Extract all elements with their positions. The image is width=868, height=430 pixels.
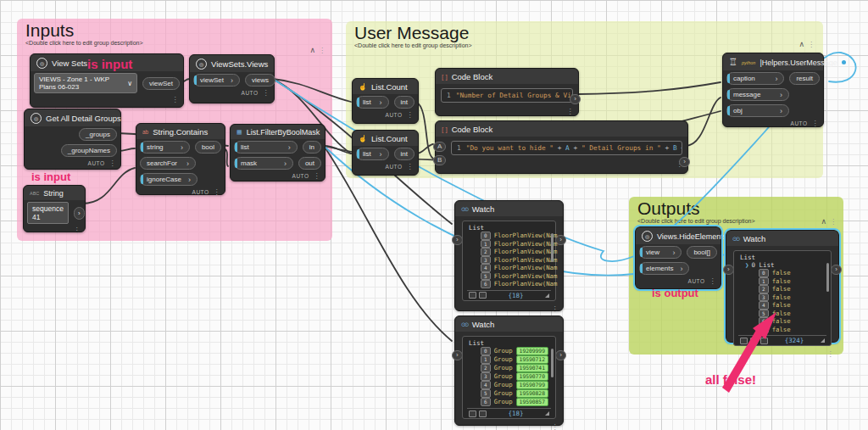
port-in-string[interactable]: string xyxy=(140,141,190,154)
node-menu-icon[interactable]: ⋮ xyxy=(263,89,270,97)
port-out-bool-array[interactable]: bool[] xyxy=(687,246,717,259)
port-out-viewset[interactable]: viewSet xyxy=(142,77,180,90)
lacing-auto-label[interactable]: AUTO xyxy=(688,278,705,284)
code-block-editor[interactable]: 1 "Do you want to hide " + A + " Detail … xyxy=(451,141,682,155)
list-level-icons[interactable] xyxy=(469,292,487,299)
port-in-viewset[interactable]: viewSet xyxy=(193,74,240,87)
port-out-int[interactable]: int xyxy=(394,148,415,160)
group-collapse-icon[interactable]: ∧ xyxy=(798,40,804,48)
port-in-ignorecase[interactable]: ignoreCase xyxy=(140,173,198,186)
port-out-string[interactable]: › xyxy=(74,207,85,220)
group-inputs-desc[interactable]: <Double click here to edit group descrip… xyxy=(17,40,332,47)
resize-grip[interactable] xyxy=(545,411,549,416)
port-out-code[interactable]: › xyxy=(679,157,690,167)
port-in-obj[interactable]: obj xyxy=(726,104,789,117)
lacing-auto-label[interactable]: AUTO xyxy=(192,189,209,195)
port-out-bool[interactable]: bool xyxy=(195,141,221,154)
port-in-elements[interactable]: elements xyxy=(639,262,689,275)
lacing-auto-label[interactable]: AUTO xyxy=(791,120,808,126)
port-out-code[interactable]: › xyxy=(570,94,581,104)
node-get-all-detail-groups[interactable]: ◎ Get All Detail Groups _groups _groupNa… xyxy=(24,109,121,170)
node-menu-icon[interactable]: ⋮ xyxy=(827,350,835,358)
port-in-view[interactable]: view xyxy=(639,246,682,259)
list-level-icons[interactable] xyxy=(740,338,768,344)
node-string-contains[interactable]: ab String.Contains string bool searchFor… xyxy=(136,123,225,195)
port-in-watch[interactable]: › xyxy=(452,235,463,245)
node-menu-icon[interactable]: ⋮ xyxy=(74,226,81,234)
group-menu-icon[interactable]: ⋮ xyxy=(808,41,815,48)
group-user-message-desc[interactable]: <Double click here to edit group descrip… xyxy=(346,42,823,50)
node-watch-groups[interactable]: ⊙⊙ Watch › › List 0Group19209999 1Group1… xyxy=(454,316,564,426)
string-value-input[interactable]: sequence 41 xyxy=(27,202,69,224)
port-out-groups[interactable]: _groups xyxy=(79,128,117,141)
watch-list-panel[interactable]: List ❯ 0 List 0false 1false 2false 3fals… xyxy=(733,250,832,346)
lacing-auto-label[interactable]: AUTO xyxy=(386,164,403,170)
port-out-int[interactable]: int xyxy=(394,96,415,109)
node-string-input[interactable]: ABC String sequence 41 › ⋮ xyxy=(23,185,86,232)
node-viewsets-views[interactable]: ◎ ViewSets.Views viewSet views AUTO ⋮ xyxy=(189,54,275,103)
node-list-count-2[interactable]: ☝ List.Count list int AUTO ⋮ xyxy=(352,130,419,176)
port-in-list[interactable]: list xyxy=(356,148,389,160)
orchid-package-icon: ◎ xyxy=(642,231,653,242)
code-block-editor[interactable]: 1 "Number of Detail Groups & Views"; xyxy=(441,88,573,103)
resize-grip[interactable] xyxy=(545,293,549,298)
port-out-groupnames[interactable]: _groupNames xyxy=(61,144,117,157)
lacing-auto-label[interactable]: AUTO xyxy=(386,112,403,118)
port-out-in[interactable]: in xyxy=(303,141,321,154)
port-in-message[interactable]: message xyxy=(726,88,789,101)
node-menu-icon[interactable]: ⋮ xyxy=(552,305,559,313)
node-menu-icon[interactable]: ⋮ xyxy=(172,96,180,103)
group-outputs-desc[interactable]: <Double click here to edit group descrip… xyxy=(629,218,843,226)
list-level-icons[interactable] xyxy=(469,410,487,417)
node-views-hide-elements[interactable]: ◎ Views.HideElements view bool[] element… xyxy=(635,226,721,289)
port-in-A[interactable]: A xyxy=(433,142,446,152)
lacing-auto-label[interactable]: AUTO xyxy=(242,90,259,96)
port-in-searchfor[interactable]: searchFor xyxy=(140,157,196,170)
node-menu-icon[interactable]: ⋮ xyxy=(314,172,321,180)
port-out-views[interactable]: views xyxy=(245,74,275,87)
port-in-watch[interactable]: › xyxy=(452,350,463,360)
node-menu-icon[interactable]: ⋮ xyxy=(109,159,117,167)
dynamo-canvas[interactable]: Inputs <Double click here to edit group … xyxy=(0,0,868,430)
group-menu-icon[interactable]: ⋮ xyxy=(319,47,326,54)
watch-scrollbar[interactable] xyxy=(551,349,554,377)
node-list-count-1[interactable]: ☝ List.Count list int AUTO ⋮ xyxy=(352,78,419,124)
node-title: List.Count xyxy=(371,134,408,143)
watch-list-panel[interactable]: List 0FloorPlanView(Nam 1FloorPlanView(N… xyxy=(462,221,556,301)
port-in-list[interactable]: list xyxy=(356,96,389,109)
watch-sublist-label[interactable]: ❯ 0 List xyxy=(738,261,826,269)
node-menu-icon[interactable]: ⋮ xyxy=(214,188,221,196)
node-menu-icon[interactable]: ⋮ xyxy=(552,423,559,430)
port-out-watch[interactable]: › xyxy=(555,350,566,360)
port-out-watch[interactable]: › xyxy=(831,265,842,275)
port-out-result[interactable]: result xyxy=(789,72,820,85)
node-code-block-2[interactable]: [ ] Code Block A B 1 "Do you want to hid… xyxy=(435,120,688,174)
watch-scrollbar[interactable] xyxy=(826,263,829,292)
watch-scrollbar[interactable] xyxy=(551,233,554,262)
lacing-auto-label[interactable]: AUTO xyxy=(292,173,309,179)
lacing-auto-label[interactable]: AUTO xyxy=(88,160,105,166)
group-collapse-icon[interactable]: ∧ xyxy=(821,217,826,226)
resize-grip[interactable] xyxy=(821,338,825,343)
node-menu-icon[interactable]: ⋮ xyxy=(567,108,575,115)
port-in-caption[interactable]: caption xyxy=(726,72,784,85)
port-in-B[interactable]: B xyxy=(433,155,446,165)
node-helpers-user-message[interactable]: ♖ python |Helpers.UserMessage caption re… xyxy=(722,53,824,127)
node-menu-icon[interactable]: ⋮ xyxy=(709,277,717,285)
node-code-block-1[interactable]: [ ] Code Block 1 "Number of Detail Group… xyxy=(435,68,579,116)
port-in-list[interactable]: list xyxy=(234,141,298,154)
node-menu-icon[interactable]: ⋮ xyxy=(407,163,415,170)
group-collapse-icon[interactable]: ∧ xyxy=(309,46,315,54)
node-filter-by-bool-mask[interactable]: ▦ List.FilterByBoolMask list in mask out… xyxy=(230,124,326,181)
node-watch-false[interactable]: ⊙⊙ Watch › › List ❯ 0 List 0false 1false… xyxy=(726,230,839,343)
node-title: Code Block xyxy=(452,72,493,81)
port-out-out[interactable]: out xyxy=(298,157,321,170)
port-in-mask[interactable]: mask xyxy=(234,157,293,170)
group-menu-icon[interactable]: ⋮ xyxy=(830,218,837,226)
node-watch-views[interactable]: ⊙⊙ Watch › › List 0FloorPlanView(Nam 1Fl… xyxy=(454,200,564,311)
node-menu-icon[interactable]: ⋮ xyxy=(407,111,415,119)
node-menu-icon[interactable]: ⋮ xyxy=(812,120,820,127)
view-set-dropdown[interactable]: VIEWS - Zone 1 - WKP Plans 06-023 ∨ xyxy=(34,73,137,93)
port-in-watch[interactable]: › xyxy=(723,265,734,275)
watch-list-panel[interactable]: List 0Group19209999 1Group19590712 2Grou… xyxy=(462,336,556,419)
